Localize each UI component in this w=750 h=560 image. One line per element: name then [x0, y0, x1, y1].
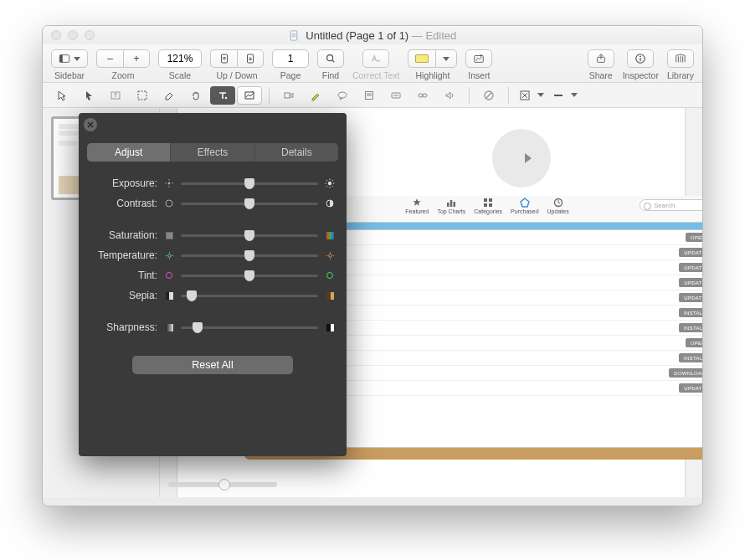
embedded-action-button[interactable]: UPDATE — [679, 263, 702, 272]
highlighter-icon[interactable] — [303, 86, 328, 105]
text-select-icon[interactable] — [103, 86, 128, 105]
embedded-tab-purchased[interactable]: Purchased — [511, 198, 538, 214]
embedded-action-button[interactable]: INSTALL — [679, 308, 702, 317]
svg-rect-43 — [454, 202, 456, 207]
magenta-dot-icon — [164, 270, 174, 280]
main-toolbar: Sidebar – + Zoom Scale Up / Down — [43, 44, 702, 83]
svg-rect-36 — [423, 94, 427, 97]
embedded-tab-topcharts[interactable]: Top Charts — [437, 198, 465, 214]
window-title: Untitled (Page 1 of 1) — Edited — [43, 29, 702, 42]
updown-label: Up / Down — [216, 70, 257, 80]
embedded-action-button[interactable]: INSTALL — [679, 353, 702, 362]
library-button[interactable] — [667, 49, 694, 68]
green-dot-icon — [325, 270, 335, 280]
text-tool-icon[interactable] — [210, 86, 235, 105]
svg-rect-25 — [285, 93, 290, 98]
contrast-slider[interactable] — [181, 203, 318, 205]
reset-all-button[interactable]: Reset All — [132, 356, 293, 374]
panel-tabs: Adjust Effects Details — [87, 143, 338, 162]
insert-label: Insert — [468, 70, 490, 80]
svg-point-29 — [338, 92, 347, 98]
tab-adjust[interactable]: Adjust — [87, 143, 170, 162]
svg-rect-3 — [291, 36, 295, 37]
eraser-icon[interactable] — [157, 86, 182, 105]
zoom-in-button[interactable]: + — [123, 49, 150, 68]
document-name: Untitled — [306, 29, 342, 42]
embedded-tab-featured[interactable]: Featured — [405, 198, 429, 214]
embedded-action-button[interactable]: INSTALL — [679, 323, 702, 332]
form-field-icon[interactable] — [383, 86, 408, 105]
page-field[interactable] — [272, 49, 309, 68]
library-label: Library — [667, 70, 694, 80]
embedded-action-button[interactable]: OPEN — [686, 338, 702, 347]
highlight-label: Highlight — [415, 70, 449, 80]
page-down-button[interactable] — [237, 49, 264, 68]
correct-text-button[interactable] — [362, 49, 389, 68]
sharpness-slider[interactable] — [181, 326, 318, 329]
sound-icon[interactable] — [437, 86, 462, 105]
zoom-slider-knob[interactable] — [218, 479, 230, 491]
svg-rect-10 — [378, 60, 381, 62]
zoom-out-button[interactable]: – — [96, 49, 123, 68]
find-button[interactable] — [317, 49, 344, 68]
svg-rect-42 — [450, 200, 453, 207]
page-up-button[interactable] — [210, 49, 237, 68]
zoom-slider[interactable] — [168, 482, 277, 487]
slider-saturation: Saturation: — [90, 225, 335, 245]
note-icon[interactable] — [357, 86, 382, 105]
find-label: Find — [322, 70, 339, 80]
embedded-action-button[interactable]: UPDATE — [679, 383, 702, 393]
rgb-swatch-icon — [325, 230, 335, 240]
slider-contrast: Contrast: — [90, 193, 335, 213]
adjust-panel: Adjust Effects Details Exposure: Contras… — [79, 113, 347, 456]
highlight-menu[interactable] — [435, 49, 457, 68]
image-edit-tool-icon[interactable] — [237, 86, 262, 105]
sidebar-button[interactable] — [51, 49, 88, 68]
sepia-slider[interactable] — [181, 295, 318, 297]
line-style-button[interactable] — [549, 86, 581, 105]
sidebar-label: Sidebar — [54, 70, 85, 80]
speech-bubble-icon[interactable] — [330, 86, 355, 105]
embedded-action-button[interactable]: UPDATE — [679, 248, 702, 257]
temperature-slider[interactable] — [181, 254, 318, 257]
svg-line-62 — [326, 186, 327, 187]
pointer-mode-icon[interactable] — [76, 86, 101, 105]
scale-field[interactable] — [158, 49, 202, 68]
svg-point-70 — [328, 254, 331, 257]
slider-exposure: Exposure: — [90, 173, 335, 193]
tab-effects[interactable]: Effects — [170, 143, 254, 162]
embedded-tab-updates[interactable]: Updates — [547, 198, 569, 214]
svg-point-16 — [640, 56, 641, 58]
hard-edge-icon — [325, 322, 335, 332]
shape-style-button[interactable] — [516, 86, 547, 105]
saturation-slider[interactable] — [181, 234, 318, 237]
svg-rect-41 — [447, 203, 449, 207]
embedded-action-button[interactable]: UPDATE — [679, 278, 702, 287]
svg-line-60 — [332, 186, 333, 187]
marquee-select-icon[interactable] — [130, 86, 155, 105]
embedded-action-button[interactable]: OPEN — [686, 233, 702, 242]
text-box-icon[interactable] — [276, 86, 301, 105]
edited-status: — Edited — [412, 29, 456, 42]
share-button[interactable] — [588, 49, 614, 68]
svg-line-9 — [332, 60, 335, 63]
embedded-action-button[interactable]: DOWNLOAD — [669, 368, 702, 378]
embedded-tab-categories[interactable]: Categories — [474, 198, 502, 214]
svg-rect-5 — [59, 55, 63, 63]
close-panel-button[interactable] — [84, 118, 97, 131]
link-icon[interactable] — [410, 86, 435, 105]
slider-sepia: Sepia: — [90, 285, 335, 306]
embedded-search-input[interactable]: Search — [640, 199, 702, 211]
svg-rect-1 — [291, 33, 295, 33]
arrow-cursor-icon[interactable] — [49, 86, 74, 105]
embedded-action-button[interactable]: UPDATE — [679, 293, 702, 302]
svg-line-61 — [332, 180, 333, 181]
insert-button[interactable] — [465, 49, 492, 68]
exposure-slider[interactable] — [181, 182, 318, 185]
denied-icon[interactable] — [476, 86, 501, 105]
hand-pan-icon[interactable] — [183, 86, 208, 105]
tab-details[interactable]: Details — [254, 143, 338, 162]
highlight-button[interactable] — [408, 49, 435, 68]
tint-slider[interactable] — [181, 275, 318, 277]
inspector-button[interactable] — [627, 49, 654, 68]
